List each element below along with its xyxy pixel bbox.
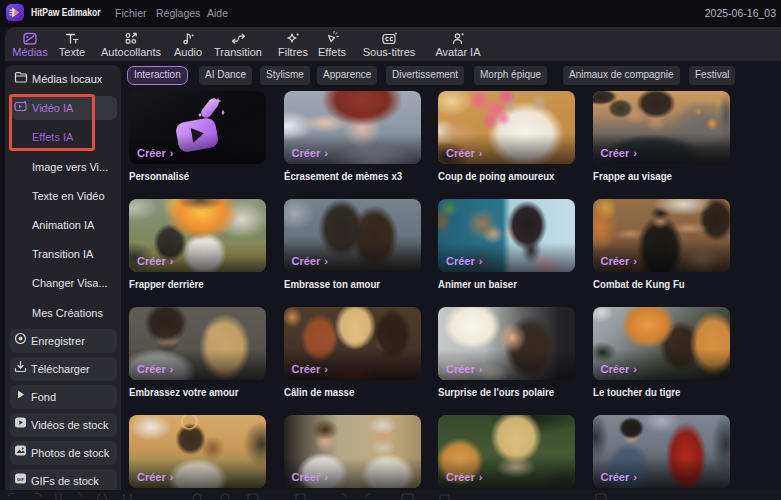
svg-text:GIF: GIF [17, 477, 24, 482]
